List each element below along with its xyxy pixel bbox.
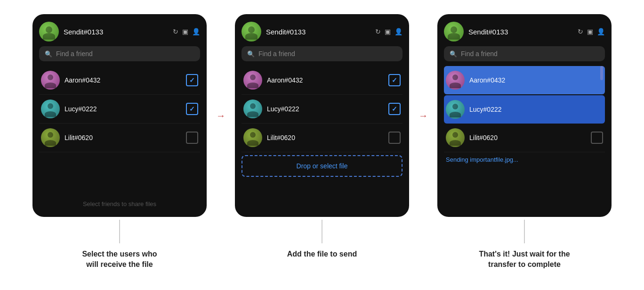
friend-row-lucy-1[interactable]: Lucy#0222: [39, 95, 200, 124]
friend-name-lucy-3: Lucy#0222: [469, 106, 603, 113]
avatar-lilit-2: [243, 128, 262, 147]
friend-row-aaron-3[interactable]: Aaron#0432: [444, 66, 605, 94]
phone-header-3: Sendit#0133 ↻ ▣ 👤: [444, 22, 605, 41]
step-connector-2: [322, 220, 322, 243]
phone-frame-2: Sendit#0133 ↻ ▣ 👤 🔍 Find a friend Aaron#…: [235, 14, 409, 217]
friend-row-lucy-3[interactable]: Lucy#0222: [444, 95, 605, 124]
phone-header-2: Sendit#0133 ↻ ▣ 👤: [242, 22, 402, 41]
friend-name-aaron-2: Aaron#0432: [267, 76, 388, 84]
select-icon-lilit-2[interactable]: [388, 132, 401, 144]
friend-row-lilit-1[interactable]: Lilit#0620: [39, 124, 200, 152]
arrow-wrapper-2: →: [411, 14, 435, 217]
scrollbar-hint: [600, 66, 603, 80]
step-connector-1: [119, 220, 120, 243]
step-description-2: Add the file to send: [287, 249, 357, 259]
friend-row-aaron-1[interactable]: Aaron#0432: [39, 66, 200, 95]
step-description-text-3: That's it! Just wait for thetransfer to …: [479, 250, 570, 268]
search-icon-2: 🔍: [247, 50, 255, 58]
step-connector-3: [524, 220, 525, 243]
folder-icon-3[interactable]: ▣: [587, 28, 593, 35]
friend-name-aaron-3: Aaron#0432: [469, 76, 603, 84]
avatar-lilit-3: [446, 128, 465, 147]
arrow-wrapper-1: →: [209, 14, 233, 217]
search-placeholder-1: Find a friend: [56, 50, 93, 58]
search-bar-3[interactable]: 🔍 Find a friend: [444, 46, 605, 61]
select-icon-lucy-2[interactable]: [388, 103, 401, 115]
friend-name-lilit-2: Lilit#0620: [267, 134, 388, 141]
sending-text: Sending importantfile.jpg...: [444, 156, 605, 163]
select-icon-lilit-3[interactable]: [591, 132, 603, 144]
select-hint-1: Select friends to share files: [32, 200, 207, 207]
avatar-lilit-1: [41, 128, 60, 147]
folder-icon-2[interactable]: ▣: [385, 28, 391, 35]
header-username-1: Sendit#0133: [64, 28, 173, 36]
select-icon-aaron-1[interactable]: [186, 74, 198, 86]
avatar-self-3: [444, 22, 464, 41]
user-icon-1[interactable]: 👤: [192, 28, 200, 35]
friend-list-3: Aaron#0432 Lucy#0222 Lilit#0620: [444, 66, 605, 152]
avatar-self-2: [242, 22, 261, 41]
search-icon-1: 🔍: [45, 50, 52, 58]
header-icons-2: ↻ ▣ 👤: [375, 28, 402, 35]
friend-row-aaron-2[interactable]: Aaron#0432: [242, 66, 402, 95]
step-description-3: That's it! Just wait for thetransfer to …: [479, 249, 570, 270]
user-icon-3[interactable]: 👤: [597, 28, 605, 35]
step-1-wrapper: Sendit#0133 ↻ ▣ 👤 🔍 Find a friend Aaron#…: [30, 14, 209, 270]
select-icon-lucy-1[interactable]: [186, 103, 198, 115]
search-bar-2[interactable]: 🔍 Find a friend: [242, 46, 402, 61]
friend-list-1: Aaron#0432 Lucy#0222 Lilit#0620: [39, 66, 200, 152]
phone-header-1: Sendit#0133 ↻ ▣ 👤: [39, 22, 200, 41]
arrow-1: →: [216, 110, 225, 121]
friend-row-lilit-3[interactable]: Lilit#0620: [444, 124, 605, 152]
drop-zone-text: Drop or select file: [297, 162, 348, 170]
search-placeholder-3: Find a friend: [461, 50, 498, 58]
select-icon-aaron-2[interactable]: [388, 74, 401, 86]
step-description-text-2: Add the file to send: [287, 250, 357, 258]
header-username-3: Sendit#0133: [468, 28, 578, 36]
step-3-wrapper: Sendit#0133 ↻ ▣ 👤 🔍 Find a friend Aaron#…: [435, 14, 614, 270]
friend-list-2: Aaron#0432 Lucy#0222 Lilit#0620 Drop or …: [242, 66, 402, 177]
header-icons-1: ↻ ▣ 👤: [173, 28, 200, 35]
search-icon-3: 🔍: [450, 50, 457, 58]
select-icon-lilit-1[interactable]: [186, 132, 198, 144]
avatar-lucy-3: [446, 100, 465, 119]
avatar-self-1: [39, 22, 59, 41]
step-description-1: Select the users whowill receive the fil…: [82, 249, 157, 270]
friend-name-lucy-1: Lucy#0222: [64, 105, 186, 113]
step-description-text-1: Select the users whowill receive the fil…: [82, 250, 157, 268]
refresh-icon-1[interactable]: ↻: [173, 28, 178, 35]
step-2-wrapper: Sendit#0133 ↻ ▣ 👤 🔍 Find a friend Aaron#…: [233, 14, 411, 259]
folder-icon-1[interactable]: ▣: [182, 28, 188, 35]
friend-name-lucy-2: Lucy#0222: [267, 105, 388, 113]
avatar-lucy-1: [41, 99, 60, 118]
phone-frame-3: Sendit#0133 ↻ ▣ 👤 🔍 Find a friend Aaron#…: [437, 14, 612, 217]
phone-frame-1: Sendit#0133 ↻ ▣ 👤 🔍 Find a friend Aaron#…: [32, 14, 207, 217]
user-icon-2[interactable]: 👤: [394, 28, 402, 35]
refresh-icon-3[interactable]: ↻: [578, 28, 583, 35]
avatar-aaron-1: [41, 71, 60, 90]
friend-row-lilit-2[interactable]: Lilit#0620: [242, 124, 402, 152]
header-username-2: Sendit#0133: [266, 28, 375, 36]
avatar-aaron-2: [243, 71, 262, 90]
avatar-lucy-2: [243, 99, 262, 118]
arrow-2: →: [419, 110, 428, 121]
friend-name-aaron-1: Aaron#0432: [64, 76, 186, 84]
friend-name-lilit-3: Lilit#0620: [469, 134, 591, 141]
header-icons-3: ↻ ▣ 👤: [578, 28, 605, 35]
refresh-icon-2[interactable]: ↻: [375, 28, 381, 35]
avatar-aaron-3: [446, 71, 465, 90]
friend-row-lucy-2[interactable]: Lucy#0222: [242, 95, 402, 124]
friend-name-lilit-1: Lilit#0620: [64, 134, 186, 141]
search-placeholder-2: Find a friend: [258, 50, 295, 58]
tutorial-row: Sendit#0133 ↻ ▣ 👤 🔍 Find a friend Aaron#…: [19, 14, 625, 270]
search-bar-1[interactable]: 🔍 Find a friend: [39, 46, 200, 61]
drop-zone[interactable]: Drop or select file: [242, 155, 402, 177]
